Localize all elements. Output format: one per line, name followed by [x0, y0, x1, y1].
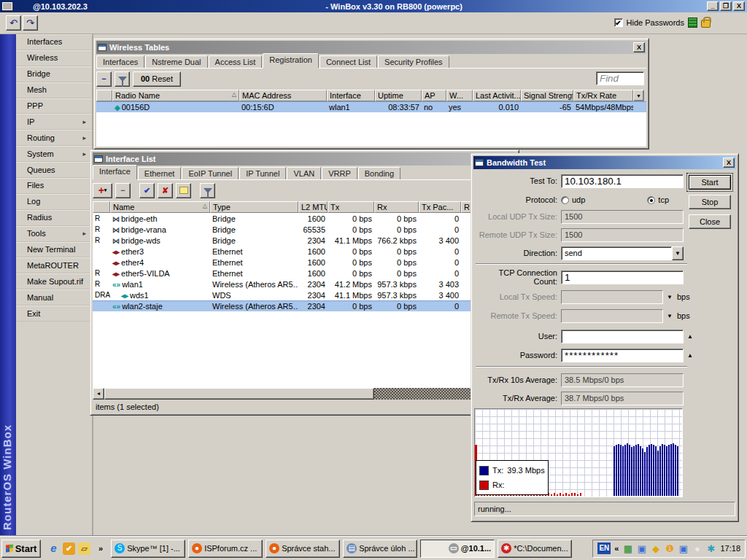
- collapse-up-icon[interactable]: ▲: [687, 352, 693, 359]
- bandwidth-test-titlebar[interactable]: Bandwidth Test X: [473, 156, 736, 169]
- task-button-firefox-downloads[interactable]: ●Správce stah...: [266, 540, 340, 558]
- close-icon[interactable]: X: [633, 42, 645, 52]
- column-header-tx-rx-rate[interactable]: Tx/Rx Rate: [573, 90, 633, 101]
- column-header-last-activit[interactable]: Last Activit...: [473, 90, 521, 101]
- interface-list-titlebar[interactable]: Interface List: [93, 152, 516, 166]
- column-header-rx[interactable]: Rx: [374, 201, 419, 213]
- tab-nstreme-dual[interactable]: Nstreme Dual: [145, 55, 207, 68]
- interface-row-wds1[interactable]: DRA◂▸wds1WDS230441.1 Mbps957.3 kbps3 400: [93, 289, 516, 300]
- column-header-mac-address[interactable]: MAC Address: [239, 90, 327, 101]
- hide-passwords-checkbox[interactable]: ✔: [614, 18, 623, 27]
- task-button-firefox-ispforum[interactable]: ●ISPforum.cz ...: [188, 540, 263, 558]
- sidebar-item-interfaces[interactable]: Interfaces: [16, 34, 92, 50]
- interface-row-bridge-eth[interactable]: R⋈bridge-ethBridge16000 bps0 bps0: [93, 213, 516, 224]
- enable-button[interactable]: ✔: [139, 183, 155, 198]
- undo-button[interactable]: ↶: [6, 15, 21, 31]
- collapse-up-icon[interactable]: ▲: [687, 333, 693, 340]
- sidebar-item-metarouter[interactable]: MetaROUTER: [16, 257, 92, 273]
- disable-button[interactable]: ✘: [158, 183, 173, 198]
- sidebar-item-routing[interactable]: Routing▸: [16, 130, 92, 146]
- column-selector-button[interactable]: ▼: [633, 90, 644, 101]
- sidebar-item-make-supout-rif[interactable]: Make Supout.rif: [16, 273, 92, 289]
- update-check-icon[interactable]: ✔: [63, 542, 75, 555]
- sidebar-item-queues[interactable]: Queues: [16, 162, 92, 178]
- sidebar-item-log[interactable]: Log: [16, 194, 92, 210]
- column-header-name[interactable]: Name△: [110, 201, 210, 213]
- column-header-w[interactable]: W...: [446, 90, 473, 101]
- test-to-input[interactable]: [561, 174, 684, 188]
- task-button-task-manager[interactable]: ▤Správce úloh ...: [343, 540, 417, 558]
- dropdown-icon[interactable]: ▼: [667, 294, 673, 300]
- column-header-l2-mtu[interactable]: L2 MTU: [298, 201, 328, 213]
- interface-row-ether5-vilda[interactable]: R◂▸ether5-VILDAEthernet16000 bps0 bps0: [93, 268, 516, 279]
- column-header-uptime[interactable]: Uptime: [375, 90, 422, 101]
- tab-access-list[interactable]: Access List: [209, 55, 263, 68]
- antivirus-icon[interactable]: ✱: [705, 543, 716, 554]
- tab-interfaces[interactable]: Interfaces: [96, 55, 144, 68]
- tab-eoip-tunnel[interactable]: EoIP Tunnel: [182, 167, 239, 179]
- start-button[interactable]: Start: [689, 175, 731, 190]
- interface-row-bridge-vrana[interactable]: R⋈bridge-vranaBridge655350 bps0 bps0: [93, 224, 516, 235]
- sidebar-item-manual[interactable]: Manual: [16, 289, 92, 306]
- column-header-signal-strengt[interactable]: Signal Strengt...: [521, 90, 573, 101]
- security-shield-icon[interactable]: ◆: [650, 543, 661, 554]
- tab-interface[interactable]: Interface: [93, 165, 137, 179]
- filter-button[interactable]: [115, 71, 130, 87]
- dropdown-icon[interactable]: ▼: [667, 313, 673, 319]
- sidebar-item-new-terminal[interactable]: New Terminal: [16, 242, 92, 258]
- sidebar-item-wireless[interactable]: Wireless: [16, 50, 92, 66]
- folder-badge-icon[interactable]: ❶: [664, 543, 675, 554]
- start-menu-button[interactable]: Start: [1, 540, 41, 558]
- column-header-radio-name[interactable]: Radio Name△: [112, 90, 239, 101]
- green-app-icon[interactable]: ▦: [622, 543, 633, 554]
- sidebar-item-ppp[interactable]: PPP: [16, 98, 92, 114]
- column-header-interface[interactable]: Interface: [327, 90, 375, 101]
- language-indicator[interactable]: EN: [597, 542, 611, 554]
- tcp-connection-count-input[interactable]: [561, 271, 684, 284]
- folder-icon[interactable]: ▱: [78, 542, 90, 555]
- sidebar-item-system[interactable]: System▸: [16, 146, 92, 162]
- tab-vrrp[interactable]: VRRP: [322, 167, 357, 179]
- add-button[interactable]: +▾: [93, 183, 112, 198]
- interface-row-wlan2-staje[interactable]: «»wlan2-stajeWireless (Atheros AR5...230…: [93, 300, 516, 311]
- direction-dropdown-button[interactable]: ▼: [672, 246, 684, 260]
- column-header-type[interactable]: Type: [210, 201, 298, 213]
- sidebar-item-bridge[interactable]: Bridge: [16, 66, 92, 82]
- minimize-button[interactable]: _: [707, 1, 719, 11]
- sidebar-item-tools[interactable]: Tools▸: [16, 226, 92, 242]
- more-toolbars-chevron[interactable]: »: [98, 544, 103, 553]
- horizontal-scrollbar[interactable]: ◂: [93, 388, 516, 400]
- wireless-tables-titlebar[interactable]: Wireless Tables X: [96, 41, 646, 54]
- udp-radio[interactable]: [561, 196, 569, 204]
- filter-button[interactable]: [200, 183, 215, 198]
- tab-vlan[interactable]: VLAN: [287, 167, 321, 179]
- close-icon[interactable]: X: [723, 158, 735, 168]
- column-header-flags[interactable]: [93, 201, 110, 213]
- password-input[interactable]: [561, 349, 684, 362]
- task-button-skype[interactable]: SSkype™ [1] -...: [111, 540, 185, 558]
- network-icon-2[interactable]: ▣: [678, 543, 689, 554]
- restore-button[interactable]: ❐: [720, 1, 732, 11]
- interface-row-wlan1[interactable]: R«»wlan1Wireless (Atheros AR5...230441.2…: [93, 279, 516, 289]
- direction-select[interactable]: send: [561, 246, 672, 260]
- task-button-irfanview[interactable]: ✱*C:\Documen...: [498, 540, 572, 558]
- tray-collapse-chevron[interactable]: «: [614, 544, 619, 553]
- close-button[interactable]: X: [733, 1, 745, 11]
- tab-ethernet[interactable]: Ethernet: [138, 167, 182, 179]
- sidebar-item-exit[interactable]: Exit: [16, 306, 92, 322]
- user-input[interactable]: [561, 330, 684, 343]
- interface-row-ether4[interactable]: ◂▸ether4Ethernet16000 bps0 bps0: [93, 257, 516, 268]
- column-header-tx-pac[interactable]: Tx Pac...: [419, 201, 461, 213]
- tab-ip-tunnel[interactable]: IP Tunnel: [239, 167, 286, 179]
- redo-button[interactable]: ↷: [23, 15, 38, 31]
- tcp-radio[interactable]: [647, 196, 655, 204]
- tab-registration[interactable]: Registration: [263, 53, 319, 68]
- tab-connect-list[interactable]: Connect List: [320, 55, 377, 68]
- reset-button[interactable]: 00 Reset: [133, 71, 181, 87]
- interface-row-ether3[interactable]: ◂▸ether3Ethernet16000 bps0 bps0: [93, 246, 516, 257]
- remove-button[interactable]: −: [115, 183, 131, 198]
- tab-security-profiles[interactable]: Security Profiles: [378, 55, 449, 68]
- registration-row[interactable]: ◈00156D00:15:6Dwlan108:33:57noyes0.010-6…: [96, 101, 646, 112]
- sidebar-item-mesh[interactable]: Mesh: [16, 82, 92, 98]
- comment-button[interactable]: [176, 183, 191, 198]
